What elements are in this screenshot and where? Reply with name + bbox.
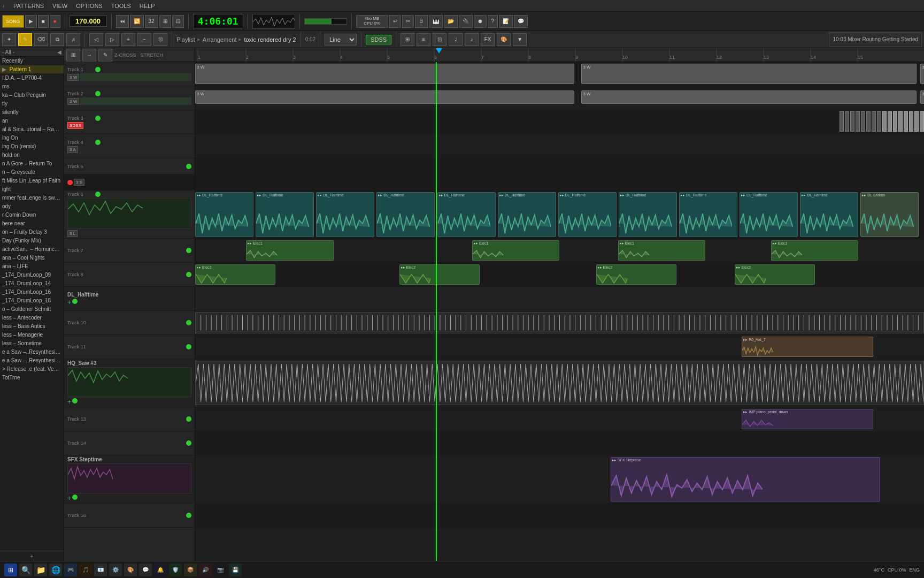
- nav-add[interactable]: +: [121, 33, 135, 46]
- t3-mini-15[interactable]: [914, 111, 919, 132]
- pattern-tly[interactable]: tly: [0, 100, 64, 108]
- taskbar-app6[interactable]: 🛡️: [169, 564, 182, 576]
- dl-vol[interactable]: [72, 299, 78, 304]
- step32-btn[interactable]: 32: [145, 15, 158, 28]
- taskbar-app3[interactable]: 🎨: [124, 564, 137, 576]
- clip-dl-11[interactable]: ▸▸ DL_Halftime: [800, 192, 858, 237]
- t3-mini-8[interactable]: [877, 111, 881, 132]
- arr-track-7[interactable]: ▸▸ Elec1 ▸▸ Elec1 ▸▸ Elec1: [195, 239, 924, 263]
- t3-mini-13[interactable]: [904, 111, 908, 132]
- track5-vol[interactable]: [186, 164, 191, 169]
- rewind-btn[interactable]: ⏮: [116, 15, 129, 28]
- clip-dl-3[interactable]: ▸▸ DL_Halftime: [316, 192, 374, 237]
- clip-elec2-4[interactable]: ▸▸ Elec2: [735, 264, 815, 285]
- track10-vol[interactable]: [186, 320, 191, 325]
- taskbar-files[interactable]: 📁: [34, 564, 47, 576]
- pattern-life[interactable]: ana – LIFE: [0, 262, 64, 271]
- clip-elec2-1[interactable]: ▸▸ Elec2: [195, 264, 275, 285]
- clip-dl-9[interactable]: ▸▸ DL_Halftime: [679, 192, 737, 237]
- t3-mini-1[interactable]: [840, 111, 844, 132]
- menu-view[interactable]: VIEW: [50, 3, 70, 9]
- clip-dl-broken[interactable]: ▸▸ DL Broken: [860, 192, 919, 237]
- loop-btn[interactable]: 🔁: [130, 15, 144, 28]
- arr-track-8[interactable]: ▸▸ Elec2 ▸▸ Elec2 ▸▸ Elec2: [195, 263, 924, 287]
- clip-elec1-2[interactable]: ▸▸ Elec1: [472, 240, 560, 261]
- pattern-herenear[interactable]: here near: [0, 219, 64, 228]
- pattern-antecoder[interactable]: less – Antecoder: [0, 314, 64, 322]
- snap-to-grid[interactable]: ⊞: [401, 33, 414, 46]
- help-btn[interactable]: ?: [488, 15, 498, 28]
- taskbar-app5[interactable]: 🔔: [154, 564, 167, 576]
- track5b-pattern[interactable]: 3 S: [74, 179, 84, 186]
- start-btn[interactable]: ⊞: [4, 564, 17, 576]
- track13-vol[interactable]: [186, 416, 191, 422]
- pattern-ms[interactable]: ms: [0, 82, 64, 91]
- tool-erase[interactable]: ⌫: [34, 33, 48, 46]
- chat-btn[interactable]: 💬: [514, 15, 528, 28]
- pattern-an[interactable]: an: [0, 117, 64, 125]
- clip-elec1-3[interactable]: ▸▸ Elec1: [618, 240, 706, 261]
- arr-track-13[interactable]: ▸▸ IMP piano_pedal_down: [195, 407, 924, 431]
- tool-stamp[interactable]: ⧉: [50, 33, 64, 46]
- color-btn[interactable]: 🎨: [497, 33, 511, 46]
- sfx-vol[interactable]: [72, 495, 78, 500]
- pattern-fruitydelay[interactable]: on – Fruity Delay 3: [0, 228, 64, 237]
- pattern-ingon-remix[interactable]: ing On (remix): [0, 142, 64, 151]
- mode-select[interactable]: Line Curve: [325, 34, 357, 45]
- pattern-clubpenguin[interactable]: ka – Club Penguin: [0, 91, 64, 100]
- menu-patterns[interactable]: PATTERNS: [11, 3, 46, 9]
- solo-btn[interactable]: ♪: [465, 33, 479, 46]
- pattern-summer[interactable]: mmer feat..enge Is sweet: [0, 194, 64, 202]
- browser-btn[interactable]: 📂: [444, 15, 458, 28]
- collapse-btn[interactable]: ▼: [513, 33, 527, 46]
- pattern-silently[interactable]: silently: [0, 108, 64, 117]
- arr-track-3[interactable]: [195, 110, 924, 134]
- track2-pattern-btn[interactable]: 3 W: [67, 98, 79, 105]
- sdss-track-label[interactable]: SDSS: [67, 122, 83, 129]
- clip-dl-4[interactable]: ▸▸ DL_Halftime: [376, 192, 435, 237]
- hqsaw-pattern[interactable]: [195, 361, 924, 405]
- nav-left[interactable]: ◁: [89, 33, 103, 46]
- track7-vol[interactable]: [186, 248, 191, 253]
- pattern-resynth1[interactable]: e a Saw –..Resynthesised): [0, 348, 64, 356]
- track-add-btn[interactable]: ⊞: [66, 49, 80, 62]
- track2-vol[interactable]: [95, 91, 101, 96]
- hqsaw-add-btn[interactable]: +: [67, 398, 71, 406]
- t3-mini-4[interactable]: [856, 111, 860, 132]
- menu-help[interactable]: HELP: [137, 3, 157, 9]
- taskbar-app2[interactable]: ⚙️: [109, 564, 122, 576]
- pattern-ida[interactable]: I.D.A. – LP700-4: [0, 74, 64, 82]
- clip-dl-7[interactable]: ▸▸ DL_Halftime: [558, 192, 617, 237]
- pattern-sometime[interactable]: less – Sometime: [0, 339, 64, 348]
- perf-btn[interactable]: ⊡: [172, 15, 184, 28]
- t3-mini-3[interactable]: [850, 111, 854, 132]
- track4-vol[interactable]: [95, 140, 101, 145]
- stop-btn[interactable]: ■: [38, 15, 49, 28]
- clip-t1-3[interactable]: 3 W: [920, 64, 924, 84]
- arr-track-6[interactable]: ▸▸ DL_Halftime ▸▸ DL_Halftime ▸▸ DL_Half…: [195, 191, 924, 239]
- pattern-rawfl[interactable]: al & Sina..utorial – RawFL: [0, 125, 64, 134]
- arrangement-tracks[interactable]: 3 W 3 W 3 W 3 W 3 W: [195, 62, 924, 561]
- pattern-gore-return[interactable]: n A Gore – Return To: [0, 159, 64, 168]
- sidebar-collapse[interactable]: ◀: [57, 49, 61, 55]
- arr-track-16[interactable]: [195, 504, 924, 528]
- play-btn[interactable]: ▶: [25, 15, 37, 28]
- pattern-ingon[interactable]: ing On: [0, 134, 64, 142]
- taskbar-app10[interactable]: 💾: [229, 564, 242, 576]
- clip-dl-8[interactable]: ▸▸ DL_Halftime: [619, 192, 677, 237]
- taskbar-app7[interactable]: 📦: [184, 564, 197, 576]
- pattern-1[interactable]: ▶ Pattern 1: [0, 65, 64, 74]
- arr-track-2[interactable]: 3 W 3 W 3 W: [195, 86, 924, 110]
- pattern-ight[interactable]: ight: [0, 185, 64, 194]
- pattern-funkymix[interactable]: Day (Funky Mix): [0, 237, 64, 245]
- t3-mini-5[interactable]: [861, 111, 865, 132]
- tool-draw[interactable]: ✎: [18, 33, 32, 46]
- pattern-menagerie[interactable]: less – Menagerie: [0, 331, 64, 339]
- clip-t2-3[interactable]: 3 W: [920, 90, 924, 104]
- search-taskbar[interactable]: 🔍: [19, 564, 32, 576]
- track10-pattern[interactable]: [195, 312, 924, 333]
- undo-btn[interactable]: ↩: [389, 15, 401, 28]
- taskbar-app9[interactable]: 📷: [214, 564, 227, 576]
- song-mode-btn[interactable]: SONG: [2, 15, 24, 28]
- arr-track-14[interactable]: [195, 431, 924, 455]
